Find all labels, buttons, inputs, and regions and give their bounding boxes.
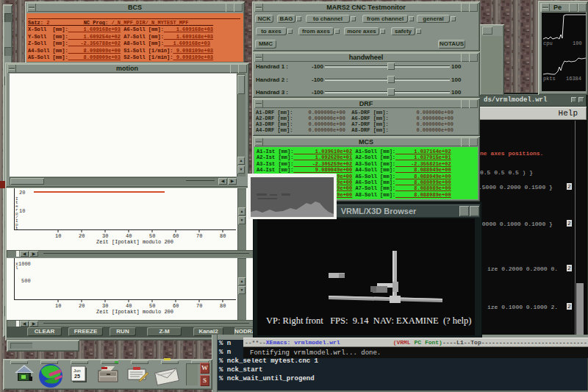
svg-text:25: 25: [74, 374, 80, 379]
svg-text:50: 50: [149, 303, 155, 309]
svg-text:70: 70: [196, 303, 202, 309]
svg-text:40: 40: [126, 303, 132, 309]
svg-text:70: 70: [196, 233, 202, 239]
svg-text:80: 80: [220, 303, 226, 309]
svg-text:Jun: Jun: [74, 368, 81, 373]
svg-text:Zeit [Ipotakt] modulo 200: Zeit [Ipotakt] modulo 200: [96, 309, 173, 315]
svg-text:60: 60: [173, 233, 179, 239]
svg-text:50: 50: [149, 233, 155, 239]
svg-text:80: 80: [220, 233, 226, 239]
svg-text:cpu: cpu: [543, 40, 553, 46]
svg-text:100: 100: [573, 40, 582, 46]
svg-text:Zeit [Ipotakt] modulo 200: Zeit [Ipotakt] modulo 200: [96, 239, 173, 245]
svg-text:10: 10: [55, 303, 61, 309]
svg-text:30: 30: [102, 303, 108, 309]
svg-text:pkts: pkts: [543, 76, 556, 82]
svg-text:30: 30: [102, 233, 108, 239]
svg-text:40: 40: [126, 233, 132, 239]
svg-text:60: 60: [173, 303, 179, 309]
svg-text:16384: 16384: [566, 76, 581, 82]
svg-text:20: 20: [79, 303, 85, 309]
svg-text:10: 10: [55, 233, 61, 239]
svg-text:20: 20: [79, 233, 85, 239]
